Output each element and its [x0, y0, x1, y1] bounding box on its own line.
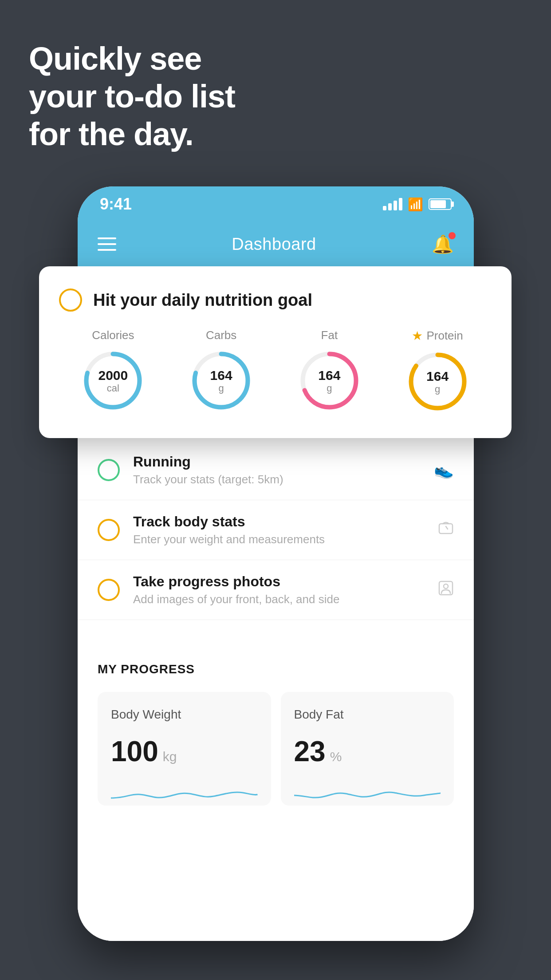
- status-icons: 📶: [383, 197, 452, 212]
- fat-circle-chart: 164 g: [297, 348, 362, 413]
- fat-value: 164: [318, 368, 340, 382]
- wifi-icon: 📶: [408, 197, 423, 212]
- header-title: Dashboard: [232, 235, 316, 254]
- battery-icon: [429, 198, 452, 210]
- svg-line-1: [446, 526, 448, 529]
- protein-unit: g: [426, 383, 449, 395]
- todo-text-photos: Take progress photos Add images of your …: [133, 573, 425, 606]
- calories-circle-chart: 2000 cal: [81, 348, 145, 413]
- body-fat-card[interactable]: Body Fat 23 %: [281, 692, 454, 806]
- body-fat-value-row: 23 %: [294, 735, 441, 768]
- shoe-icon: 👟: [434, 461, 454, 479]
- protein-value: 164: [426, 368, 449, 383]
- svg-rect-0: [439, 524, 453, 533]
- body-fat-unit: %: [330, 749, 342, 764]
- scale-icon: [438, 520, 454, 540]
- todo-subtitle-running: Track your stats (target: 5km): [133, 473, 421, 486]
- progress-section: MY PROGRESS Body Weight 100 kg: [78, 647, 474, 821]
- todo-item-body-stats[interactable]: Track body stats Enter your weight and m…: [78, 500, 474, 560]
- todo-title-body-stats: Track body stats: [133, 514, 425, 530]
- nutrition-item-protein: ★ Protein 164 g: [405, 328, 470, 414]
- hero-text: Quickly see your to-do list for the day.: [29, 40, 235, 153]
- status-time: 9:41: [100, 195, 132, 213]
- todo-item-running[interactable]: Running Track your stats (target: 5km) 👟: [78, 440, 474, 500]
- fat-label: Fat: [321, 328, 338, 342]
- todo-title-photos: Take progress photos: [133, 573, 425, 590]
- nutrition-radio-circle[interactable]: [59, 288, 82, 312]
- carbs-unit: g: [210, 382, 232, 394]
- body-weight-value: 100: [111, 735, 158, 768]
- app-header: Dashboard 🔔: [78, 222, 474, 266]
- body-fat-title: Body Fat: [294, 707, 441, 722]
- nutrition-circles-row: Calories 2000 cal Carbs: [59, 328, 492, 414]
- protein-label-row: ★ Protein: [412, 328, 463, 343]
- body-weight-card[interactable]: Body Weight 100 kg: [98, 692, 271, 806]
- todo-item-photos[interactable]: Take progress photos Add images of your …: [78, 560, 474, 620]
- todo-title-running: Running: [133, 454, 421, 470]
- calories-label: Calories: [92, 328, 134, 342]
- todo-circle-body-stats: [98, 519, 120, 541]
- carbs-label: Carbs: [206, 328, 236, 342]
- notification-dot: [449, 232, 456, 239]
- star-icon: ★: [412, 328, 423, 343]
- protein-label: Protein: [426, 329, 463, 343]
- body-fat-chart: [294, 781, 441, 806]
- nutrition-item-fat: Fat 164 g: [297, 328, 362, 413]
- progress-header: MY PROGRESS: [98, 662, 454, 676]
- body-weight-chart: [111, 781, 258, 806]
- nutrition-floating-card: Hit your daily nutrition goal Calories 2…: [39, 266, 512, 438]
- protein-circle-chart: 164 g: [405, 349, 470, 414]
- nutrition-card-title: Hit your daily nutrition goal: [93, 291, 312, 310]
- nutrition-item-carbs: Carbs 164 g: [189, 328, 253, 413]
- status-bar: 9:41 📶: [78, 186, 474, 222]
- body-weight-title: Body Weight: [111, 707, 258, 722]
- carbs-circle-chart: 164 g: [189, 348, 253, 413]
- carbs-value: 164: [210, 368, 232, 382]
- hamburger-menu-button[interactable]: [98, 237, 116, 251]
- notification-bell-button[interactable]: 🔔: [432, 234, 454, 255]
- calories-unit: cal: [98, 382, 128, 394]
- svg-point-3: [444, 584, 448, 589]
- todo-text-running: Running Track your stats (target: 5km): [133, 454, 421, 486]
- todo-circle-photos: [98, 579, 120, 601]
- todo-circle-running: [98, 459, 120, 481]
- body-weight-unit: kg: [163, 749, 177, 764]
- todo-list: Running Track your stats (target: 5km) 👟…: [78, 440, 474, 821]
- signal-bars-icon: [383, 198, 402, 210]
- card-title-row: Hit your daily nutrition goal: [59, 288, 492, 312]
- body-weight-value-row: 100 kg: [111, 735, 258, 768]
- nutrition-item-calories: Calories 2000 cal: [81, 328, 145, 413]
- body-fat-value: 23: [294, 735, 326, 768]
- todo-subtitle-body-stats: Enter your weight and measurements: [133, 533, 425, 546]
- fat-unit: g: [318, 382, 340, 394]
- todo-text-body-stats: Track body stats Enter your weight and m…: [133, 514, 425, 546]
- calories-value: 2000: [98, 368, 128, 382]
- todo-subtitle-photos: Add images of your front, back, and side: [133, 593, 425, 606]
- person-icon: [438, 580, 454, 600]
- progress-cards-row: Body Weight 100 kg Body Fat: [98, 692, 454, 806]
